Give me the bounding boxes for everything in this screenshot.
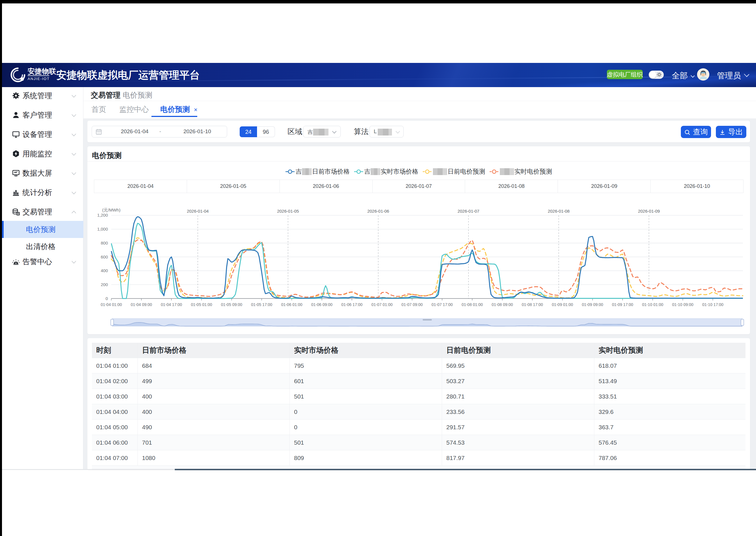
svg-text:01-06 09:00: 01-06 09:00 (311, 302, 332, 307)
svg-text:01-06 17:00: 01-06 17:00 (341, 302, 363, 307)
svg-text:2026-01-04: 2026-01-04 (187, 209, 209, 214)
svg-text:01-05 09:00: 01-05 09:00 (221, 302, 242, 307)
svg-text:2026-01-08: 2026-01-08 (548, 209, 570, 214)
svg-text:01-09 17:00: 01-09 17:00 (612, 302, 633, 307)
svg-text:1,000: 1,000 (97, 227, 108, 231)
svg-text:01-10 01:00: 01-10 01:00 (642, 302, 664, 307)
svg-text:01-09 01:00: 01-09 01:00 (552, 302, 573, 307)
svg-text:01-08 09:00: 01-08 09:00 (492, 302, 513, 307)
svg-text:01-09 09:00: 01-09 09:00 (582, 302, 603, 307)
svg-text:(元/MWh): (元/MWh) (102, 208, 120, 212)
svg-text:01-04 17:00: 01-04 17:00 (161, 302, 182, 307)
svg-text:01-04 09:00: 01-04 09:00 (131, 302, 152, 307)
svg-text:01-07 01:00: 01-07 01:00 (372, 302, 393, 307)
svg-text:01-04 01:00: 01-04 01:00 (101, 302, 122, 307)
svg-text:01-06 01:00: 01-06 01:00 (281, 302, 303, 307)
svg-text:600: 600 (101, 254, 108, 259)
svg-text:01-08 17:00: 01-08 17:00 (522, 302, 543, 307)
svg-text:01-05 01:00: 01-05 01:00 (191, 302, 212, 307)
svg-text:200: 200 (101, 282, 108, 287)
svg-text:2026-01-07: 2026-01-07 (457, 209, 479, 214)
svg-text:800: 800 (101, 241, 108, 245)
svg-text:01-10 17:00: 01-10 17:00 (702, 302, 724, 307)
svg-text:400: 400 (101, 268, 108, 273)
svg-text:01-08 01:00: 01-08 01:00 (462, 302, 483, 307)
svg-text:2026-01-06: 2026-01-06 (367, 209, 389, 214)
svg-text:2026-01-09: 2026-01-09 (638, 209, 660, 214)
svg-text:01-07 09:00: 01-07 09:00 (401, 302, 423, 307)
svg-text:01-07 17:00: 01-07 17:00 (432, 302, 453, 307)
svg-text:01-10 09:00: 01-10 09:00 (672, 302, 693, 307)
svg-text:0: 0 (106, 296, 108, 301)
svg-text:01-05 17:00: 01-05 17:00 (251, 302, 272, 307)
svg-text:1,200: 1,200 (97, 213, 108, 218)
svg-text:2026-01-05: 2026-01-05 (277, 209, 299, 214)
